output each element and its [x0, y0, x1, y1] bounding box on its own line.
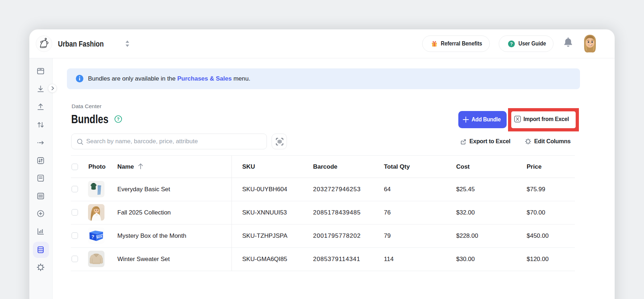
svg-text:?: ?	[117, 117, 119, 122]
svg-text:?: ?	[91, 234, 95, 240]
svg-text:?: ?	[510, 41, 513, 46]
